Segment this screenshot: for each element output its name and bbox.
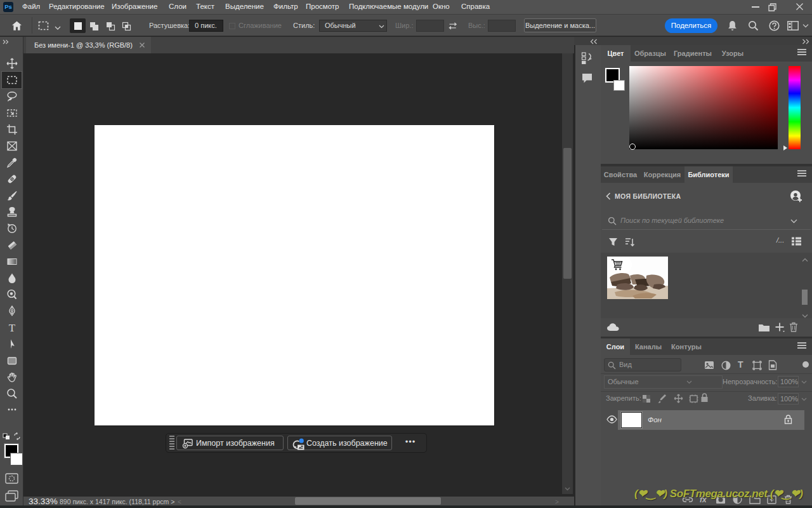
svg-text:T: T xyxy=(8,322,15,333)
